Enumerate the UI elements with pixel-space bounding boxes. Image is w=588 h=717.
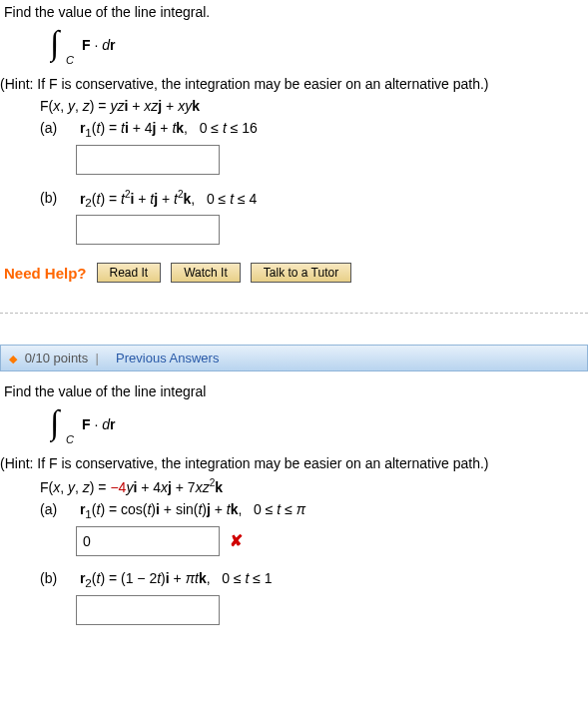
q1-part-a-input[interactable]: [76, 145, 220, 175]
q2-integral: ∫ C F · dr: [50, 403, 588, 447]
svg-text:C: C: [66, 433, 74, 445]
svg-text:F · dr: F · dr: [82, 37, 116, 53]
svg-text:F · dr: F · dr: [82, 416, 116, 432]
q1-integral: ∫ C F · dr: [50, 24, 588, 68]
q2-part-a-label: (a): [40, 501, 76, 517]
previous-answers-link[interactable]: Previous Answers: [116, 351, 219, 365]
bullet-icon: ◆: [9, 353, 17, 364]
need-help-label: Need Help?: [4, 265, 87, 282]
q1-prompt: Find the value of the line integral.: [4, 4, 588, 20]
q1-part-a-label: (a): [40, 120, 76, 136]
q2-part-a: (a) r1(t) = cos(t)i + sin(t)j + tk, 0 ≤ …: [40, 501, 588, 520]
q2-part-b-input[interactable]: [76, 595, 220, 625]
q2-field: F(x, y, z) = −4yi + 4xj + 7xz2k: [40, 477, 588, 495]
divider: [0, 313, 588, 315]
watch-it-button[interactable]: Watch It: [171, 263, 241, 283]
q2-prompt: Find the value of the line integral: [4, 383, 588, 399]
q2-part-b: (b) r2(t) = (1 − 2t)i + πtk, 0 ≤ t ≤ 1: [40, 570, 588, 589]
svg-text:∫: ∫: [50, 24, 62, 64]
q2-header: ◆ 0/10 points | Previous Answers: [0, 345, 588, 371]
q1-part-b-input[interactable]: [76, 215, 220, 245]
wrong-icon: ✘: [230, 531, 243, 550]
svg-text:C: C: [66, 54, 74, 66]
q2-hint: (Hint: If F is conservative, the integra…: [0, 455, 588, 471]
q1-part-b: (b) r2(t) = t2i + tj + t2k, 0 ≤ t ≤ 4: [40, 189, 588, 209]
q1-hint: (Hint: If F is conservative, the integra…: [0, 76, 588, 92]
read-it-button[interactable]: Read It: [97, 263, 162, 283]
q2-part-b-label: (b): [40, 570, 76, 586]
q2-part-a-input[interactable]: [76, 526, 220, 556]
svg-text:∫: ∫: [50, 403, 62, 443]
q1-field: F(x, y, z) = yzi + xzj + xyk: [40, 98, 588, 114]
q1-part-a: (a) r1(t) = ti + 4j + tk, 0 ≤ t ≤ 16: [40, 120, 588, 139]
q2-points: 0/10 points: [25, 351, 89, 365]
help-row: Need Help? Read It Watch It Talk to a Tu…: [4, 263, 588, 283]
q1-part-b-label: (b): [40, 190, 76, 206]
talk-tutor-button[interactable]: Talk to a Tutor: [251, 263, 351, 283]
